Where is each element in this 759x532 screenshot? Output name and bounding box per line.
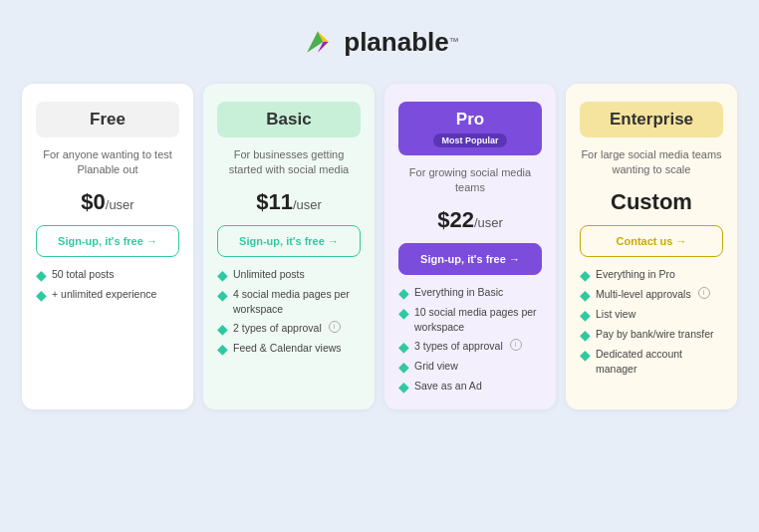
feature-bullet-icon: ◆ bbox=[217, 268, 228, 282]
plan-price-pro: $22/user bbox=[398, 207, 542, 233]
logo: planable™ bbox=[300, 24, 458, 60]
feature-text: Save as an Ad bbox=[414, 379, 482, 394]
feature-bullet-icon: ◆ bbox=[580, 328, 591, 342]
feature-bullet-icon: ◆ bbox=[398, 360, 409, 374]
feature-text: Grid view bbox=[414, 359, 458, 374]
feature-bullet-icon: ◆ bbox=[580, 308, 591, 322]
plan-desc-enterprise: For large social media teams wanting to … bbox=[580, 147, 723, 179]
info-icon: i bbox=[698, 287, 710, 299]
plan-name-free: Free bbox=[46, 110, 169, 130]
plan-cta-enterprise[interactable]: Contact us → bbox=[580, 225, 723, 257]
feature-text: 50 total posts bbox=[52, 267, 114, 282]
feature-bullet-icon: ◆ bbox=[36, 288, 47, 302]
plan-header-basic: Basic bbox=[217, 102, 361, 137]
plan-card-basic: BasicFor businesses getting started with… bbox=[203, 84, 375, 409]
feature-text: List view bbox=[596, 307, 635, 322]
plan-cta-pro[interactable]: Sign-up, it's free → bbox=[398, 243, 542, 275]
feature-text: 3 types of approval bbox=[414, 339, 503, 354]
plan-card-free: FreeFor anyone wanting to test Planable … bbox=[22, 84, 193, 409]
plan-header-enterprise: Enterprise bbox=[580, 102, 723, 137]
plan-card-pro: ProMost PopularFor growing social media … bbox=[384, 84, 556, 409]
feature-text: + unlimited experience bbox=[52, 287, 156, 302]
feature-bullet-icon: ◆ bbox=[398, 380, 409, 394]
feature-text: Dedicated account manager bbox=[596, 347, 723, 376]
list-item: ◆4 social media pages per workspace bbox=[217, 287, 361, 316]
feature-bullet-icon: ◆ bbox=[580, 268, 591, 282]
plan-name-pro: Pro bbox=[408, 110, 532, 130]
logo-text: planable bbox=[344, 27, 448, 57]
plan-name-enterprise: Enterprise bbox=[590, 110, 713, 130]
list-item: ◆Pay by bank/wire transfer bbox=[580, 327, 723, 342]
plans-container: FreeFor anyone wanting to test Planable … bbox=[20, 84, 739, 409]
feature-text: 2 types of approval bbox=[233, 321, 322, 336]
feature-text: 10 social media pages per workspace bbox=[414, 305, 542, 334]
plan-name-basic: Basic bbox=[227, 110, 351, 130]
plan-features-pro: ◆Everything in Basic◆10 social media pag… bbox=[398, 285, 542, 394]
plan-features-enterprise: ◆Everything in Pro◆Multi-level approvals… bbox=[580, 267, 723, 376]
feature-bullet-icon: ◆ bbox=[580, 288, 591, 302]
logo-tm: ™ bbox=[449, 35, 459, 46]
list-item: ◆Save as an Ad bbox=[398, 379, 542, 394]
list-item: ◆2 types of approvali bbox=[217, 321, 361, 336]
plan-features-free: ◆50 total posts◆+ unlimited experience bbox=[36, 267, 179, 302]
plan-desc-basic: For businesses getting started with soci… bbox=[217, 147, 361, 179]
feature-text: Unlimited posts bbox=[233, 267, 305, 282]
feature-bullet-icon: ◆ bbox=[217, 322, 228, 336]
feature-text: Feed & Calendar views bbox=[233, 341, 342, 356]
planable-logo-icon bbox=[300, 24, 336, 60]
list-item: ◆3 types of approvali bbox=[398, 339, 542, 354]
list-item: ◆Multi-level approvalsi bbox=[580, 287, 723, 302]
plan-cta-free[interactable]: Sign-up, it's free → bbox=[36, 225, 179, 257]
feature-bullet-icon: ◆ bbox=[36, 268, 47, 282]
plan-price-free: $0/user bbox=[36, 189, 179, 215]
feature-bullet-icon: ◆ bbox=[217, 342, 228, 356]
most-popular-badge: Most Popular bbox=[433, 133, 506, 147]
info-icon: i bbox=[329, 321, 341, 333]
feature-bullet-icon: ◆ bbox=[217, 288, 228, 302]
list-item: ◆50 total posts bbox=[36, 267, 179, 282]
feature-bullet-icon: ◆ bbox=[398, 286, 409, 300]
plan-header-free: Free bbox=[36, 102, 179, 137]
plan-header-pro: ProMost Popular bbox=[398, 102, 542, 155]
list-item: ◆10 social media pages per workspace bbox=[398, 305, 542, 334]
plan-desc-free: For anyone wanting to test Planable out bbox=[36, 147, 179, 179]
list-item: ◆Everything in Pro bbox=[580, 267, 723, 282]
plan-card-enterprise: EnterpriseFor large social media teams w… bbox=[566, 84, 737, 409]
list-item: ◆List view bbox=[580, 307, 723, 322]
feature-text: 4 social media pages per workspace bbox=[233, 287, 361, 316]
feature-text: Pay by bank/wire transfer bbox=[596, 327, 713, 342]
list-item: ◆Dedicated account manager bbox=[580, 347, 723, 376]
feature-bullet-icon: ◆ bbox=[398, 340, 409, 354]
feature-text: Multi-level approvals bbox=[596, 287, 691, 302]
feature-bullet-icon: ◆ bbox=[398, 306, 409, 320]
feature-bullet-icon: ◆ bbox=[580, 348, 591, 362]
list-item: ◆Feed & Calendar views bbox=[217, 341, 361, 356]
plan-desc-pro: For growing social media teams bbox=[398, 165, 542, 197]
list-item: ◆Unlimited posts bbox=[217, 267, 361, 282]
list-item: ◆+ unlimited experience bbox=[36, 287, 179, 302]
plan-features-basic: ◆Unlimited posts◆4 social media pages pe… bbox=[217, 267, 361, 356]
plan-price-enterprise: Custom bbox=[580, 189, 723, 215]
list-item: ◆Grid view bbox=[398, 359, 542, 374]
info-icon: i bbox=[510, 339, 522, 351]
plan-cta-basic[interactable]: Sign-up, it's free → bbox=[217, 225, 361, 257]
feature-text: Everything in Basic bbox=[414, 285, 503, 300]
plan-price-basic: $11/user bbox=[217, 189, 361, 215]
list-item: ◆Everything in Basic bbox=[398, 285, 542, 300]
feature-text: Everything in Pro bbox=[596, 267, 675, 282]
